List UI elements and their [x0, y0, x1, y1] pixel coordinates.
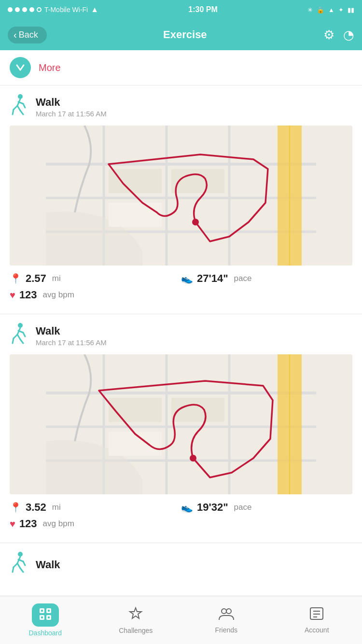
svg-point-60: [226, 609, 231, 614]
stats-row-1: 📍 2.57 mi 👟 27'14" pace ♥ 123 avg bpm: [0, 266, 362, 305]
distance-stat-2: 📍 3.52 mi: [10, 501, 181, 514]
timer-icon[interactable]: ◔: [343, 28, 354, 42]
map-wrapper-1[interactable]: ›: [0, 126, 362, 266]
dot-4: [29, 7, 34, 12]
pace-stat-1: 👟 27'14" pace: [181, 272, 352, 285]
pace-unit-2: pace: [234, 503, 252, 512]
dashboard-icon: [39, 607, 52, 621]
svg-line-24: [13, 338, 14, 343]
more-row[interactable]: More: [0, 50, 362, 85]
exercise-title-group-1: Walk March 17 at 11:56 AM: [36, 96, 107, 118]
map-1[interactable]: [10, 126, 352, 266]
distance-value-2: 3.52: [26, 501, 46, 514]
exercise-title-group-2: Walk March 17 at 11:56 AM: [36, 325, 107, 347]
pin-icon-2: 📍: [10, 502, 22, 513]
svg-rect-38: [109, 398, 162, 422]
exercise-title-1: Walk: [36, 96, 107, 109]
heart-unit-1: avg bpm: [43, 290, 74, 300]
tab-bar: Dashboard Challenges Friends: [0, 596, 362, 644]
svg-line-5: [20, 111, 23, 114]
heart-icon-2: ♥: [10, 518, 15, 530]
tab-friends[interactable]: Friends: [181, 607, 272, 634]
distance-unit-2: mi: [52, 503, 61, 512]
exercise-header-2: Walk March 17 at 11:56 AM: [0, 323, 362, 354]
back-label: Back: [19, 30, 38, 40]
exercise-date-2: March 17 at 11:56 AM: [36, 338, 107, 347]
dot-1: [8, 7, 13, 12]
walk-icon-partial: [10, 552, 28, 577]
shoe-icon-1: 👟: [181, 273, 193, 284]
walk-icon-2: [10, 323, 28, 349]
more-label: More: [39, 62, 61, 73]
nav-icons: ⚙ ◔: [323, 28, 354, 42]
svg-line-49: [23, 561, 25, 565]
svg-line-44: [14, 563, 17, 567]
exercise-item-1[interactable]: Walk March 17 at 11:56 AM: [0, 85, 362, 314]
bluetooth-icon: ✦: [338, 6, 344, 14]
distance-unit-1: mi: [52, 274, 61, 283]
tab-account[interactable]: Account: [272, 607, 362, 634]
svg-line-7: [23, 104, 25, 108]
dot-5: [37, 7, 42, 12]
heart-icon-1: ♥: [10, 290, 15, 301]
svg-line-2: [14, 106, 17, 110]
map-wrapper-2[interactable]: ›: [0, 354, 362, 494]
friends-icon: [218, 607, 235, 624]
heart-value-2: 123: [19, 518, 37, 530]
pace-stat-2: 👟 19'32" pace: [181, 501, 352, 514]
svg-rect-17: [109, 169, 162, 193]
brightness-icon: ✳: [307, 6, 313, 14]
lock-icon: 🔒: [317, 6, 324, 14]
svg-rect-19: [109, 203, 162, 227]
back-button[interactable]: ‹ Back: [8, 27, 47, 43]
back-chevron-icon: ‹: [14, 29, 17, 41]
heart-stat-2: ♥ 123 avg bpm: [10, 518, 181, 530]
distance-stat-1: 📍 2.57 mi: [10, 272, 181, 285]
nav-title: Exercise: [163, 28, 207, 41]
svg-line-47: [20, 568, 23, 572]
svg-line-25: [17, 335, 20, 339]
exercise-title-group-partial: Walk: [36, 559, 60, 571]
svg-rect-55: [48, 610, 50, 612]
tab-account-label: Account: [305, 626, 329, 634]
pace-unit-1: pace: [234, 274, 252, 283]
svg-line-45: [13, 567, 14, 572]
exercise-item-2[interactable]: Walk March 17 at 11:56 AM: [0, 314, 362, 543]
svg-point-21: [18, 323, 23, 328]
tab-friends-label: Friends: [215, 626, 237, 634]
tab-dashboard-label: Dashboard: [29, 629, 62, 637]
heart-value-1: 123: [19, 289, 37, 301]
exercise-date-1: March 17 at 11:56 AM: [36, 110, 107, 118]
walk-icon-1: [10, 94, 28, 120]
status-time: 1:30 PM: [188, 5, 217, 14]
svg-rect-57: [48, 616, 50, 618]
pace-value-1: 27'14": [197, 272, 228, 285]
dot-3: [22, 7, 27, 12]
svg-rect-54: [41, 610, 43, 612]
carrier-label: T-Mobile Wi-Fi: [44, 6, 88, 14]
exercise-title-2: Walk: [36, 325, 107, 337]
exercise-header-partial: Walk: [0, 552, 362, 583]
svg-rect-40: [109, 432, 162, 456]
dot-2: [15, 7, 20, 12]
dashboard-icon-bg: [32, 603, 59, 627]
settings-icon[interactable]: ⚙: [323, 28, 334, 42]
svg-point-20: [192, 219, 199, 225]
svg-marker-58: [130, 608, 141, 618]
more-chevron-down-icon: [10, 57, 31, 78]
heart-stat-1: ♥ 123 avg bpm: [10, 289, 181, 301]
distance-value-1: 2.57: [26, 272, 46, 285]
challenges-icon: [128, 606, 143, 624]
status-right: ✳ 🔒 ▲ ✦ ▮▮: [307, 6, 354, 14]
svg-point-0: [18, 94, 23, 99]
location-icon: ▲: [328, 6, 334, 14]
tab-dashboard[interactable]: Dashboard: [0, 603, 91, 637]
signal-dots: [8, 7, 42, 12]
pin-icon-1: 📍: [10, 273, 22, 284]
map-2[interactable]: [10, 354, 352, 494]
status-left: T-Mobile Wi-Fi ▲: [8, 5, 98, 14]
exercise-item-partial[interactable]: Walk: [0, 543, 362, 588]
stats-row-2: 📍 3.52 mi 👟 19'32" pace ♥ 123 avg bpm: [0, 494, 362, 534]
tab-challenges[interactable]: Challenges: [91, 606, 181, 634]
exercise-header-1: Walk March 17 at 11:56 AM: [0, 94, 362, 126]
